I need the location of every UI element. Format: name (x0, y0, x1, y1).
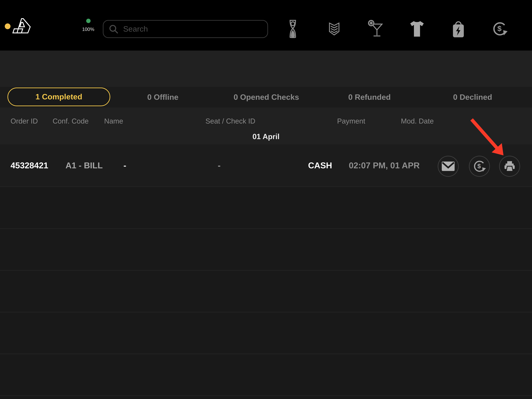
battery-percent: 100% (77, 26, 99, 32)
tab-opened-checks-label: 0 Opened Checks (234, 93, 299, 102)
tab-offline-label: 0 Offline (147, 93, 178, 102)
notification-dot (5, 23, 11, 29)
column-mod-date: Mod. Date (383, 115, 451, 127)
currency-refresh-icon[interactable]: $ (490, 18, 509, 40)
pos-orders-screen: 100% Search (0, 0, 532, 399)
table-header: Order ID Conf. Code Name Seat / Check ID… (0, 108, 532, 144)
order-id-cell: 45328421 (11, 144, 48, 187)
tab-refunded-label: 0 Refunded (348, 93, 391, 102)
column-payment: Payment (317, 115, 385, 127)
column-name: Name (104, 115, 123, 127)
hourglass-icon[interactable] (283, 18, 302, 40)
charge-bag-icon[interactable] (449, 18, 468, 40)
connection-status: 100% (77, 18, 99, 32)
svg-text:$: $ (477, 163, 481, 170)
conf-code-cell: A1 - BILL (65, 144, 103, 187)
cocktail-icon[interactable] (366, 18, 385, 40)
filter-bar: Date Joe POS 1 (0, 51, 532, 87)
row-divider (0, 186, 532, 187)
date-group-header: 01 April (0, 130, 532, 143)
row-divider (0, 312, 532, 312)
apparel-icon[interactable] (407, 18, 426, 40)
tab-completed[interactable]: 1 Completed (7, 88, 110, 106)
tab-completed-label: 1 Completed (35, 92, 82, 101)
payment-cell: CASH (308, 144, 332, 187)
column-seat-check-id: Seat / Check ID (196, 115, 264, 127)
search-placeholder: Search (123, 25, 148, 34)
orders-list: 45328421 A1 - BILL - - CASH 02:07 PM, 01… (0, 144, 532, 399)
envelope-icon (442, 161, 455, 171)
app-logo-icon[interactable] (12, 18, 31, 34)
search-icon (109, 24, 119, 34)
row-divider (0, 228, 532, 229)
online-status-dot (86, 19, 90, 23)
search-input[interactable]: Search (103, 20, 268, 38)
printer-icon (504, 161, 516, 172)
tab-offline[interactable]: 0 Offline (112, 87, 214, 108)
svg-text:$: $ (497, 25, 501, 33)
tab-opened-checks[interactable]: 0 Opened Checks (215, 87, 317, 108)
tab-declined-label: 0 Declined (453, 93, 492, 102)
name-cell: - (121, 144, 129, 187)
email-receipt-button[interactable] (438, 156, 459, 177)
order-row[interactable]: 45328421 A1 - BILL - - CASH 02:07 PM, 01… (0, 144, 532, 187)
row-divider (0, 270, 532, 271)
menu-book-icon[interactable] (324, 18, 344, 40)
mod-date-cell: 02:07 PM, 01 APR (349, 144, 420, 187)
row-divider (0, 354, 532, 354)
tab-refunded[interactable]: 0 Refunded (319, 87, 420, 108)
column-order-id: Order ID (11, 115, 38, 127)
tab-declined[interactable]: 0 Declined (422, 87, 524, 108)
top-nav: $ (283, 18, 509, 40)
row-divider (0, 395, 532, 396)
column-conf-code: Conf. Code (53, 115, 89, 127)
status-tab-bar: 1 Completed 0 Offline 0 Opened Checks 0 … (0, 87, 532, 108)
top-bar: 100% Search (0, 0, 532, 51)
currency-refresh-icon: $ (473, 159, 486, 173)
red-arrow-annotation (465, 115, 509, 159)
seat-check-id-cell: - (204, 144, 234, 187)
